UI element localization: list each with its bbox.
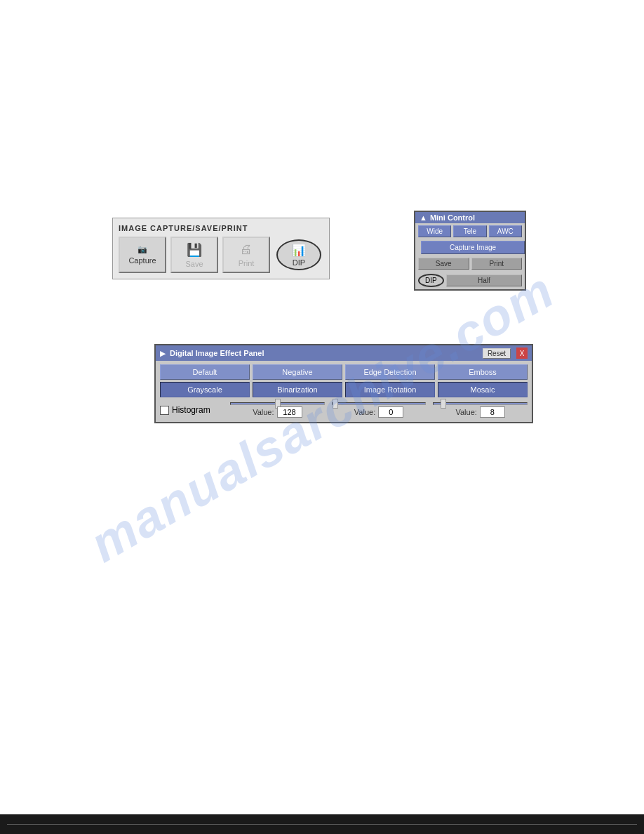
dip-panel-close-drag: ▶ <box>160 350 166 357</box>
mini-close-icon[interactable]: ▲ <box>420 213 427 222</box>
save-icon: 💾 <box>187 242 202 258</box>
save-label: Save <box>185 260 203 268</box>
print-label: Print <box>239 259 255 267</box>
binarization-button[interactable]: Binarization <box>253 382 342 397</box>
capture-button[interactable]: 📷 Capture <box>119 237 166 273</box>
capture-panel-title: IMAGE CAPTURE/SAVE/PRINT <box>119 224 323 232</box>
dip-header-right: Reset X <box>483 348 528 359</box>
dip-row2-buttons: Grayscale Binarization Image Rotation Mo… <box>156 382 532 399</box>
emboss-button[interactable]: Emboss <box>438 364 528 380</box>
mini-row-zoom: Wide Tele AWC <box>415 223 525 239</box>
slider1-group: Value: <box>230 402 325 418</box>
slider1-label: Value: <box>253 408 274 416</box>
slider1[interactable] <box>230 402 325 405</box>
wide-button[interactable]: Wide <box>418 225 451 237</box>
dip-sliders-row: Histogram Value: Value: Value: <box>156 399 532 422</box>
slider2-value-input[interactable] <box>378 406 403 418</box>
mini-save-button[interactable]: Save <box>418 258 469 270</box>
default-button[interactable]: Default <box>160 364 250 380</box>
mini-save-print-row: Save Print <box>415 256 525 272</box>
mini-print-button[interactable]: Print <box>471 258 523 270</box>
bottom-bar-line <box>7 824 637 825</box>
slider2-group: Value: <box>332 402 427 418</box>
dip-reset-button[interactable]: Reset <box>483 348 511 359</box>
slider3-value-input[interactable] <box>480 406 505 418</box>
image-rotation-button[interactable]: Image Rotation <box>345 382 435 397</box>
dip-panel-title: Digital Image Effect Panel <box>170 349 264 357</box>
dip-button[interactable]: 📊 DIP <box>274 237 323 273</box>
awc-button[interactable]: AWC <box>489 225 522 237</box>
slider1-value-input[interactable] <box>277 406 302 418</box>
histogram-checkbox[interactable] <box>160 406 169 415</box>
slider1-value-row: Value: <box>253 406 302 418</box>
slider2[interactable] <box>332 402 427 405</box>
dip-panel: ▶ Digital Image Effect Panel Reset X Def… <box>154 344 533 423</box>
mosaic-button[interactable]: Mosaic <box>438 382 528 397</box>
grayscale-button[interactable]: Grayscale <box>160 382 250 397</box>
dip-panel-header: ▶ Digital Image Effect Panel Reset X <box>156 345 532 361</box>
mini-dip-half-row: DIP Half <box>415 272 525 289</box>
slider3-label: Value: <box>455 408 476 416</box>
histogram-label: Histogram <box>172 405 210 415</box>
bottom-bar <box>0 814 644 834</box>
mini-control-title: Mini Control <box>430 213 475 222</box>
slider3-group: Value: <box>433 402 528 418</box>
slider2-value-row: Value: <box>354 406 403 418</box>
edge-detection-button[interactable]: Edge Detection <box>345 364 435 380</box>
tele-button[interactable]: Tele <box>453 225 486 237</box>
slider3-value-row: Value: <box>455 406 504 418</box>
mini-dip-button[interactable]: DIP <box>418 274 444 287</box>
mini-control-panel: ▲ Mini Control Wide Tele AWC Capture Ima… <box>414 211 526 291</box>
dip-label: DIP <box>293 258 305 267</box>
negative-button[interactable]: Negative <box>253 364 342 380</box>
dip-header-left: ▶ Digital Image Effect Panel <box>160 349 264 357</box>
dip-row1-buttons: Default Negative Edge Detection Emboss <box>156 361 532 382</box>
slider2-label: Value: <box>354 408 375 416</box>
save-button[interactable]: 💾 Save <box>170 237 218 273</box>
capture-label: Capture <box>128 256 156 265</box>
camera-icon: 📷 <box>137 245 147 254</box>
print-icon: 🖨 <box>240 242 253 257</box>
histogram-area: Histogram <box>160 405 223 415</box>
dip-icon: 📊 <box>292 244 306 257</box>
print-button[interactable]: 🖨 Print <box>222 237 270 273</box>
mini-control-header: ▲ Mini Control <box>415 212 525 223</box>
dip-close-button[interactable]: X <box>516 348 528 359</box>
capture-buttons: 📷 Capture 💾 Save 🖨 Print 📊 DIP <box>119 237 323 273</box>
dip-circle: 📊 DIP <box>276 239 321 270</box>
mini-half-button[interactable]: Half <box>446 274 522 286</box>
mini-capture-row: Capture Image <box>415 239 525 256</box>
capture-panel: IMAGE CAPTURE/SAVE/PRINT 📷 Capture 💾 Sav… <box>112 218 330 279</box>
mini-capture-button[interactable]: Capture Image <box>421 241 525 254</box>
slider3[interactable] <box>433 402 528 405</box>
